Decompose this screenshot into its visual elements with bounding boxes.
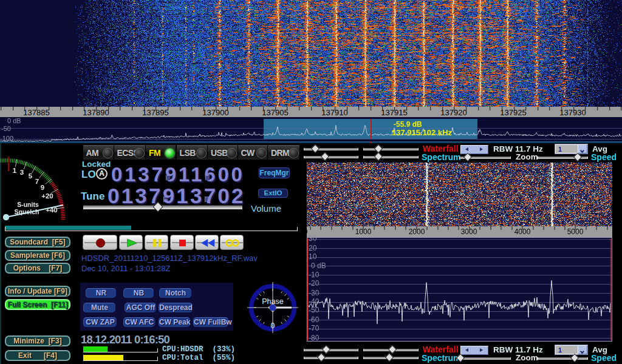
svg-text:5: 5 [29,172,33,180]
svg-text:S-units: S-units [17,201,39,208]
svg-text:7: 7 [35,178,39,185]
svg-text:Phase: Phase [262,297,283,306]
svg-text:9: 9 [41,184,44,191]
svg-text:0: 0 [271,322,275,330]
svg-text:3: 3 [20,169,24,176]
svg-text:+20: +20 [41,192,53,200]
svg-text:1: 1 [13,167,17,174]
